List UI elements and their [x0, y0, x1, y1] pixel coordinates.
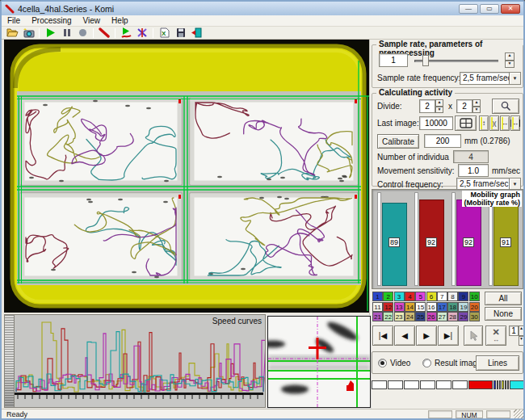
spin-up-icon[interactable]: ▲	[435, 99, 443, 107]
sensitivity-input[interactable]	[458, 164, 489, 177]
individual-cell-4[interactable]: 4	[405, 292, 415, 301]
save-button[interactable]	[172, 27, 188, 39]
individual-cell-17[interactable]: 17	[437, 302, 447, 312]
excel-export-button[interactable]: X	[156, 27, 172, 39]
spin-down-icon[interactable]: ▼	[519, 336, 524, 346]
individual-cell-20[interactable]: 20	[469, 302, 480, 312]
divide-cols-input[interactable]	[419, 99, 435, 113]
individual-cell-18[interactable]: 18	[447, 302, 458, 312]
individual-cell-9[interactable]: 9	[458, 292, 468, 301]
minimize-button[interactable]: —	[459, 4, 478, 14]
prev-frame-button[interactable]: ◀	[394, 326, 415, 346]
chevron-down-icon[interactable]: ▼	[509, 73, 520, 84]
zoom-view[interactable]	[267, 316, 371, 408]
individual-cell-7[interactable]: 7	[437, 292, 447, 301]
pause-button[interactable]	[58, 27, 74, 39]
vertical-fit-button[interactable]: ↕	[479, 116, 489, 131]
select-cursor-button[interactable]	[464, 326, 483, 346]
individual-cell-1[interactable]: 1	[372, 292, 383, 301]
spin-down-icon[interactable]: ▼	[472, 107, 481, 114]
exit-button[interactable]	[188, 27, 204, 39]
individual-cell-24[interactable]: 24	[405, 312, 415, 321]
individual-cell-5[interactable]: 5	[415, 292, 426, 301]
individual-cell-19[interactable]: 19	[458, 302, 468, 312]
result-image-radio[interactable]	[422, 359, 431, 368]
timeline-segment[interactable]	[507, 380, 509, 389]
spin-down-icon[interactable]: ▼	[505, 61, 514, 69]
select-none-button[interactable]: None	[485, 307, 522, 321]
open-button[interactable]	[4, 27, 20, 39]
menu-help[interactable]: Help	[106, 16, 134, 25]
play-track-button[interactable]	[118, 27, 134, 39]
marker-button[interactable]	[96, 27, 112, 39]
inner-fit-button[interactable]: )(	[489, 116, 499, 131]
last-frame-button[interactable]: ▶|	[438, 326, 459, 346]
snapshot-button[interactable]	[20, 27, 36, 39]
first-frame-button[interactable]: |◀	[372, 326, 393, 346]
timeline-segment-empty[interactable]	[420, 380, 435, 389]
horizontal-span-button[interactable]: ↔	[510, 116, 520, 131]
frequency-combo[interactable]: 2,5 frame/sec ▼	[460, 72, 521, 85]
individual-cell-8[interactable]: 8	[447, 292, 458, 301]
grid-divide-button[interactable]	[455, 116, 477, 131]
close-button[interactable]: ✕	[501, 4, 520, 14]
individual-cell-10[interactable]: 10	[469, 292, 480, 301]
individual-cell-6[interactable]: 6	[426, 292, 437, 301]
individual-cell-16[interactable]: 16	[426, 302, 437, 312]
select-all-button[interactable]: All	[485, 292, 522, 305]
individual-cell-30[interactable]: 30	[469, 312, 480, 321]
last-image-input[interactable]	[419, 116, 453, 130]
menu-processing[interactable]: Processing	[26, 16, 77, 25]
individual-cell-2[interactable]: 2	[383, 292, 393, 301]
individual-cell-14[interactable]: 14	[405, 302, 415, 312]
individual-cell-12[interactable]: 12	[383, 302, 393, 312]
individual-cell-11[interactable]: 11	[372, 302, 383, 312]
video-radio[interactable]	[378, 359, 387, 368]
timeline-segment[interactable]	[499, 380, 501, 389]
horizontal-fit-button[interactable]: ↔	[500, 116, 510, 131]
menu-view[interactable]: View	[78, 16, 107, 25]
individual-cell-23[interactable]: 23	[394, 312, 405, 321]
search-button[interactable]	[492, 99, 519, 114]
divide-rows-input[interactable]	[456, 99, 472, 113]
divide-rows-spinner[interactable]: ▲▼	[472, 99, 481, 113]
timeline-segment[interactable]	[497, 380, 498, 389]
timeline-segment[interactable]	[468, 380, 493, 389]
timeline-segment[interactable]	[494, 380, 496, 389]
individual-cell-26[interactable]: 26	[426, 312, 437, 321]
sample-rate-slider-thumb[interactable]	[422, 55, 429, 66]
play-button[interactable]	[42, 27, 58, 39]
spin-up-icon[interactable]: ▲	[472, 99, 481, 107]
crossed-arrows-button[interactable]	[134, 27, 150, 39]
individual-cell-15[interactable]: 15	[415, 302, 426, 312]
timeline-segment-empty[interactable]	[436, 380, 452, 389]
spin-down-icon[interactable]: ▼	[435, 107, 443, 114]
sample-rate-spinner[interactable]: ▲▼	[505, 52, 514, 68]
video-view[interactable]	[4, 40, 369, 313]
lines-button[interactable]: Lines	[476, 355, 519, 371]
individual-cell-3[interactable]: 3	[394, 292, 405, 301]
individual-cell-13[interactable]: 13	[394, 302, 405, 312]
individual-cell-22[interactable]: 22	[383, 312, 393, 321]
individual-cell-27[interactable]: 27	[437, 312, 447, 321]
timeline-segment-empty[interactable]	[452, 380, 468, 389]
span-x-button[interactable]: ✕↔	[485, 326, 506, 346]
timeline-segment-empty[interactable]	[372, 380, 387, 389]
individual-cell-25[interactable]: 25	[415, 312, 426, 321]
frame-number-input[interactable]	[509, 326, 519, 336]
timeline-strip[interactable]	[372, 380, 523, 390]
sample-rate-input[interactable]	[379, 53, 408, 67]
maximize-button[interactable]: ▭	[480, 4, 499, 14]
divide-cols-spinner[interactable]: ▲▼	[435, 99, 443, 113]
menu-file[interactable]: File	[2, 16, 26, 25]
stop-button[interactable]	[74, 27, 90, 39]
next-frame-button[interactable]: ▶	[416, 326, 437, 346]
individual-cell-29[interactable]: 29	[458, 312, 468, 321]
resize-grip[interactable]	[514, 410, 523, 419]
timeline-segment-empty[interactable]	[404, 380, 419, 389]
timeline-segment[interactable]	[505, 380, 506, 389]
timeline-segment[interactable]	[510, 380, 525, 389]
frame-number-spinner[interactable]: ▲▼	[519, 326, 524, 346]
spin-up-icon[interactable]: ▲	[519, 326, 524, 336]
individual-cell-21[interactable]: 21	[372, 312, 383, 321]
